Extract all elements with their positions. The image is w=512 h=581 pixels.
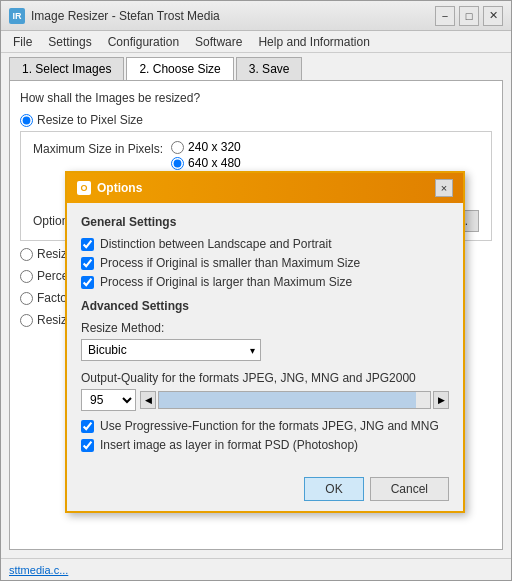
checkbox-smaller[interactable]: Process if Original is smaller than Maxi…	[81, 256, 449, 270]
checkbox-psd-layer[interactable]: Insert image as layer in format PSD (Pho…	[81, 438, 449, 452]
tab-choose-size[interactable]: 2. Choose Size	[126, 57, 233, 81]
slider-right-arrow[interactable]: ▶	[433, 391, 449, 409]
window-title: Image Resizer - Stefan Trost Media	[31, 9, 435, 23]
checkbox-progressive-input[interactable]	[81, 420, 94, 433]
checkbox-larger[interactable]: Process if Original is larger than Maxim…	[81, 275, 449, 289]
resize-method-select[interactable]: Bicubic Bilinear Nearest Neighbor	[81, 339, 261, 361]
advanced-settings-section: Advanced Settings Resize Method: Bicubic…	[81, 299, 449, 452]
status-link[interactable]: sttmedia.c...	[9, 564, 68, 576]
dialog-title: Options	[97, 181, 142, 195]
advanced-settings-header: Advanced Settings	[81, 299, 449, 313]
dialog-footer: OK Cancel	[67, 469, 463, 511]
dialog-content: General Settings Distinction between Lan…	[67, 203, 463, 469]
slider-fill	[159, 392, 416, 408]
checkbox-progressive[interactable]: Use Progressive-Function for the formats…	[81, 419, 449, 433]
resize-method-select-wrapper: Bicubic Bilinear Nearest Neighbor	[81, 339, 261, 361]
checkbox-smaller-input[interactable]	[81, 257, 94, 270]
window-controls: − □ ✕	[435, 6, 503, 26]
status-bar: sttmedia.c...	[1, 558, 511, 580]
quality-label: Output-Quality for the formats JPEG, JNG…	[81, 371, 449, 385]
menu-software[interactable]: Software	[187, 33, 250, 51]
dialog-icon: O	[77, 181, 91, 195]
dialog-close-button[interactable]: ×	[435, 179, 453, 197]
maximize-button[interactable]: □	[459, 6, 479, 26]
tab-save[interactable]: 3. Save	[236, 57, 303, 80]
tab-select-images[interactable]: 1. Select Images	[9, 57, 124, 80]
cancel-button[interactable]: Cancel	[370, 477, 449, 501]
minimize-button[interactable]: −	[435, 6, 455, 26]
slider-track[interactable]	[158, 391, 431, 409]
quality-row: 95 90 85 80 ◀ ▶	[81, 389, 449, 411]
dialog-overlay: O Options × General Settings Distinction…	[10, 81, 502, 549]
close-button[interactable]: ✕	[483, 6, 503, 26]
menu-file[interactable]: File	[5, 33, 40, 51]
menu-configuration[interactable]: Configuration	[100, 33, 187, 51]
general-settings-header: General Settings	[81, 215, 449, 229]
ok-button[interactable]: OK	[304, 477, 363, 501]
dialog-title-bar: O Options ×	[67, 173, 463, 203]
menu-help[interactable]: Help and Information	[250, 33, 377, 51]
checkbox-landscape[interactable]: Distinction between Landscape and Portra…	[81, 237, 449, 251]
quality-slider[interactable]: ◀ ▶	[140, 391, 449, 409]
menu-bar: File Settings Configuration Software Hel…	[1, 31, 511, 53]
resize-method-label: Resize Method:	[81, 321, 449, 335]
content-area: How shall the Images be resized? Resize …	[9, 80, 503, 550]
title-bar: IR Image Resizer - Stefan Trost Media − …	[1, 1, 511, 31]
tab-bar: 1. Select Images 2. Choose Size 3. Save	[1, 53, 511, 80]
checkbox-psd-input[interactable]	[81, 439, 94, 452]
menu-settings[interactable]: Settings	[40, 33, 99, 51]
options-dialog: O Options × General Settings Distinction…	[65, 171, 465, 513]
checkbox-larger-input[interactable]	[81, 276, 94, 289]
quality-select[interactable]: 95 90 85 80	[81, 389, 136, 411]
app-icon: IR	[9, 8, 25, 24]
main-window: IR Image Resizer - Stefan Trost Media − …	[0, 0, 512, 581]
checkbox-landscape-input[interactable]	[81, 238, 94, 251]
slider-left-arrow[interactable]: ◀	[140, 391, 156, 409]
